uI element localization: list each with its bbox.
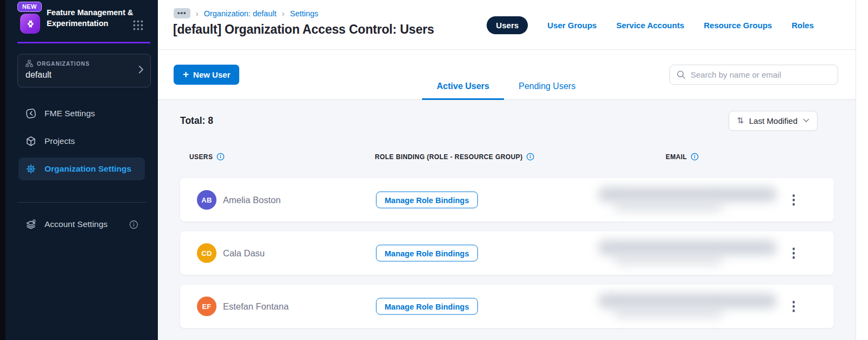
background-window-edge bbox=[0, 0, 5, 340]
page-header: ••• › Organization: default › Settings [… bbox=[158, 0, 856, 50]
page-title: [default] Organization Access Control: U… bbox=[173, 22, 434, 37]
breadcrumb-link-settings[interactable]: Settings bbox=[290, 9, 318, 18]
table-row: AB Amelia Boston Manage Role Bindings bbox=[180, 178, 834, 222]
sort-label: Last Modified bbox=[749, 116, 797, 125]
tab-user-groups[interactable]: User Groups bbox=[547, 21, 597, 30]
info-circle-icon[interactable] bbox=[691, 153, 699, 161]
app-switcher-grid-icon[interactable] bbox=[132, 20, 144, 33]
row-menu-kebab-icon[interactable] bbox=[789, 298, 799, 316]
table-row: CD Cala Dasu Manage Role Bindings bbox=[180, 231, 834, 275]
right-gutter bbox=[856, 0, 868, 340]
sidebar-item-account-settings[interactable]: Account Settings bbox=[18, 213, 145, 236]
hierarchy-icon bbox=[25, 60, 33, 67]
tab-users[interactable]: Users bbox=[487, 16, 528, 34]
user-name: Amelia Boston bbox=[223, 178, 280, 222]
main-area: ••• › Organization: default › Settings [… bbox=[158, 0, 856, 340]
chevron-down-icon bbox=[803, 118, 809, 123]
sidebar-item-label: Projects bbox=[44, 136, 75, 146]
new-user-button[interactable]: + New User bbox=[174, 65, 239, 85]
sidebar-divider bbox=[17, 202, 147, 203]
tab-roles[interactable]: Roles bbox=[792, 21, 814, 30]
module-accent-line bbox=[17, 42, 150, 43]
table-row: EF Estefan Fontana Manage Role Bindings bbox=[180, 285, 834, 328]
tab-service-accounts[interactable]: Service Accounts bbox=[616, 21, 684, 30]
organization-selector[interactable]: ORGANIZATIONS default bbox=[17, 54, 151, 87]
toolbar: + New User Active Users Pending Users bbox=[158, 50, 856, 100]
column-role-binding-label: ROLE BINDING (ROLE - RESOURCE GROUP) bbox=[375, 153, 522, 161]
gear-icon bbox=[25, 163, 37, 175]
split-glyph-icon bbox=[24, 17, 37, 30]
manage-role-bindings-button[interactable]: Manage Role Bindings bbox=[376, 192, 478, 209]
row-menu-kebab-icon[interactable] bbox=[789, 191, 799, 209]
search-input[interactable] bbox=[691, 70, 831, 79]
redacted-email bbox=[598, 185, 782, 215]
sort-arrows-icon: ⇅ bbox=[737, 116, 744, 125]
sidebar-item-label: Organization Settings bbox=[44, 164, 131, 174]
user-view-tabs: Active Users Pending Users bbox=[422, 81, 590, 100]
breadcrumb: ••• › Organization: default › Settings bbox=[174, 8, 318, 18]
fme-squircle-icon bbox=[25, 108, 37, 119]
row-menu-kebab-icon[interactable] bbox=[789, 244, 799, 262]
new-user-label: New User bbox=[193, 70, 230, 79]
redacted-email bbox=[598, 291, 782, 322]
organizations-label: ORGANIZATIONS bbox=[37, 61, 90, 67]
column-users-label: USERS bbox=[189, 153, 213, 161]
info-circle-icon[interactable] bbox=[129, 220, 138, 229]
sidebar-item-organization-settings[interactable]: Organization Settings bbox=[18, 158, 145, 180]
user-name: Cala Dasu bbox=[223, 231, 265, 275]
sidebar-item-label: FME Settings bbox=[44, 109, 95, 118]
redacted-email bbox=[598, 238, 782, 268]
tab-label: Pending Users bbox=[519, 81, 576, 91]
fme-logo bbox=[20, 14, 40, 34]
manage-role-bindings-button[interactable]: Manage Role Bindings bbox=[376, 245, 478, 262]
chevron-separator-icon: › bbox=[282, 9, 284, 18]
plus-icon: + bbox=[183, 69, 189, 79]
sort-dropdown[interactable]: ⇅ Last Modified bbox=[729, 111, 818, 131]
avatar: AB bbox=[197, 190, 216, 210]
avatar: CD bbox=[197, 243, 216, 263]
info-circle-icon[interactable] bbox=[526, 153, 534, 161]
manage-role-bindings-button[interactable]: Manage Role Bindings bbox=[376, 298, 478, 315]
user-name: Estefan Fontana bbox=[223, 285, 289, 328]
tab-active-users[interactable]: Active Users bbox=[422, 81, 504, 100]
chevron-right-icon bbox=[138, 65, 144, 76]
user-rows: AB Amelia Boston Manage Role Bindings CD… bbox=[180, 178, 834, 328]
product-title: Feature Management & Experimentation bbox=[47, 7, 135, 29]
sidebar-item-projects[interactable]: Projects bbox=[18, 130, 145, 153]
layers-icon bbox=[25, 218, 37, 230]
avatar: EF bbox=[197, 297, 216, 316]
breadcrumb-ellipsis-icon[interactable]: ••• bbox=[174, 8, 190, 18]
sidebar-nav: FME Settings Projects Organization Setti… bbox=[18, 102, 145, 185]
sidebar-item-label: Account Settings bbox=[44, 219, 107, 229]
search-icon bbox=[676, 70, 686, 79]
column-email-label: EMAIL bbox=[666, 153, 687, 161]
tab-label: Active Users bbox=[437, 81, 489, 91]
tab-resource-groups[interactable]: Resource Groups bbox=[704, 21, 772, 30]
table-header-row: USERS ROLE BINDING (ROLE - RESOURCE GROU… bbox=[180, 153, 834, 161]
new-badge: NEW bbox=[17, 2, 42, 12]
organization-value: default bbox=[25, 70, 143, 80]
sidebar-item-fme-settings[interactable]: FME Settings bbox=[18, 102, 145, 125]
chevron-separator-icon: › bbox=[196, 9, 199, 18]
breadcrumb-link-organization[interactable]: Organization: default bbox=[204, 9, 277, 18]
search-box bbox=[669, 65, 838, 85]
users-content: Total: 8 ⇅ Last Modified USERS ROLE BIND… bbox=[158, 100, 856, 340]
cube-icon bbox=[25, 135, 37, 147]
total-count: Total: 8 bbox=[180, 115, 213, 127]
info-circle-icon[interactable] bbox=[216, 153, 225, 161]
sidebar: NEW Feature Management & Experimentation… bbox=[5, 0, 158, 340]
tab-pending-users[interactable]: Pending Users bbox=[504, 81, 590, 100]
access-control-tabs: Users User Groups Service Accounts Resou… bbox=[487, 16, 814, 34]
